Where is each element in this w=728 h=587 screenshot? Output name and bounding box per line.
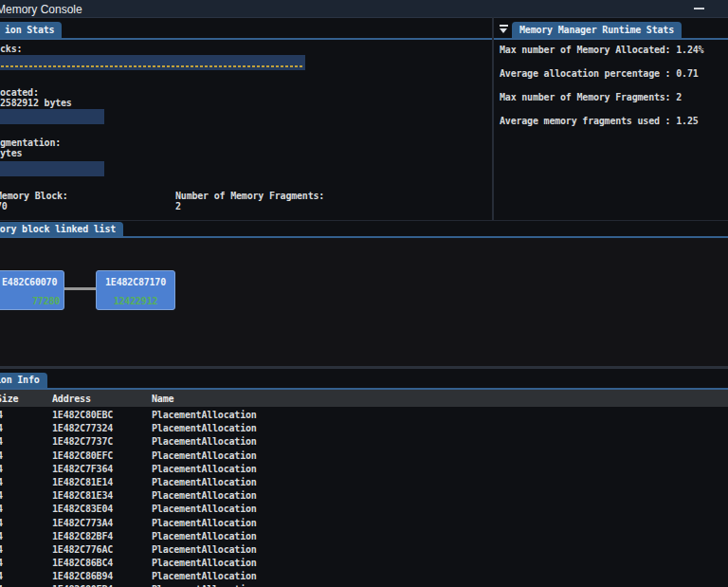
cell-size: 4 xyxy=(0,503,3,515)
memory-fragments-label: Number of Memory Fragments: xyxy=(175,191,324,201)
cell-name: PlacementAllocation xyxy=(152,543,257,556)
cell-size: 4 xyxy=(0,570,3,582)
minimize-button[interactable] xyxy=(693,4,706,13)
tab-allocation-stats[interactable]: ion Stats xyxy=(0,22,62,38)
tab-bar-underline xyxy=(0,38,728,40)
memory-blocks-plot xyxy=(0,55,305,70)
cell-size: 4 xyxy=(0,489,3,502)
runtime-stat-line: Average memory fragments used : 1.25 xyxy=(500,116,703,139)
memory-node[interactable]: 1E482C87170 12422912 xyxy=(96,270,175,310)
cell-size: 4 xyxy=(0,543,3,556)
collapse-arrow-triangle xyxy=(500,28,507,33)
cell-address: 1E482C80EB4 xyxy=(52,583,113,587)
cell-size: 4 xyxy=(0,530,3,542)
cell-address: 1E482C7F364 xyxy=(52,463,113,475)
window-title: Memory Console xyxy=(0,3,82,16)
cell-name: PlacementAllocation xyxy=(152,476,257,488)
table-row[interactable]: 4 1E482C81E14 PlacementAllocation xyxy=(0,475,728,488)
cell-name: PlacementAllocation xyxy=(152,583,257,587)
cell-address: 1E482C83E04 xyxy=(52,503,113,515)
tab-runtime-stats[interactable]: Memory Manager Runtime Stats xyxy=(512,22,682,38)
node-size: 12422912 xyxy=(97,296,174,306)
cell-address: 1E482C773A4 xyxy=(52,517,113,529)
node-size: 77280 xyxy=(32,296,60,306)
memory-allocated-bar xyxy=(0,109,104,124)
table-row[interactable]: 4 1E482C773A4 PlacementAllocation xyxy=(0,516,728,529)
cell-address: 1E482C81E14 xyxy=(52,476,113,488)
tab-linked-list[interactable]: mory block linked list xyxy=(0,222,123,237)
cell-size: 4 xyxy=(0,463,3,475)
table-row[interactable]: 4 1E482C82BF4 PlacementAllocation xyxy=(0,529,728,542)
minus-icon xyxy=(694,8,704,9)
cell-name: PlacementAllocation xyxy=(152,557,257,569)
cell-name: PlacementAllocation xyxy=(152,422,257,434)
table-row[interactable]: 4 1E482C77324 PlacementAllocation xyxy=(0,421,728,434)
memory-node[interactable]: E482C60070 77280 xyxy=(0,270,64,310)
node-address: 1E482C87170 xyxy=(97,277,174,287)
table-row[interactable]: 4 1E482C86B94 PlacementAllocation xyxy=(0,569,728,582)
column-header-name[interactable]: Name xyxy=(152,394,173,404)
runtime-stats-list: Max number of Memory Allocated: 1.24% Av… xyxy=(500,45,703,139)
runtime-stat-line: Max number of Memory Fragments: 2 xyxy=(500,92,703,116)
title-bar[interactable]: Memory Console xyxy=(0,0,728,18)
cell-size: 4 xyxy=(0,409,3,421)
cell-size: 4 xyxy=(0,557,3,569)
plot-dashed-line xyxy=(1,65,304,68)
table-row[interactable]: 4 1E482C83E04 PlacementAllocation xyxy=(0,502,728,515)
table-row[interactable]: 4 1E482C86BC4 PlacementAllocation xyxy=(0,556,728,569)
panel-divider[interactable] xyxy=(492,17,494,221)
cell-name: PlacementAllocation xyxy=(152,503,257,515)
table-row[interactable]: 4 1E482C7737C PlacementAllocation xyxy=(0,434,728,448)
node-address: E482C60070 xyxy=(2,277,57,287)
section-resize-separator[interactable] xyxy=(0,366,728,369)
section-divider xyxy=(0,220,728,221)
table-row[interactable]: 4 1E482C81E34 PlacementAllocation xyxy=(0,488,728,502)
cell-name: PlacementAllocation xyxy=(152,570,257,582)
cell-size: 4 xyxy=(0,435,3,448)
table-row[interactable]: 4 1E482C7F364 PlacementAllocation xyxy=(0,462,728,475)
cell-address: 1E482C81E34 xyxy=(52,489,113,502)
column-header-address[interactable]: Address xyxy=(52,394,91,404)
memory-allocated-label: ocated: xyxy=(0,87,39,98)
memory-block-value: 70 xyxy=(0,201,8,211)
cell-size: 4 xyxy=(0,517,3,529)
cell-size: 4 xyxy=(0,449,3,462)
runtime-stat-line: Max number of Memory Allocated: 1.24% xyxy=(500,45,703,68)
table-row[interactable]: 4 1E482C776AC PlacementAllocation xyxy=(0,542,728,556)
cell-name: PlacementAllocation xyxy=(152,409,257,421)
memory-block-label: Memory Block: xyxy=(0,191,68,201)
cell-name: PlacementAllocation xyxy=(152,517,257,529)
collapse-arrow-icon[interactable] xyxy=(499,25,509,34)
cell-address: 1E482C776AC xyxy=(52,543,113,556)
fragmentation-value: ytes xyxy=(0,148,22,158)
cell-name: PlacementAllocation xyxy=(152,530,257,542)
cell-address: 1E482C80EBC xyxy=(52,409,113,421)
runtime-stat-line: Average allocation percentage : 0.71 xyxy=(500,68,703,92)
column-header-size[interactable]: Size xyxy=(0,394,18,404)
cell-size: 4 xyxy=(0,476,3,488)
table-header-row: Size Address Name xyxy=(0,390,728,407)
allocation-table-body: 4 1E482C80EBC PlacementAllocation 4 1E48… xyxy=(0,408,728,587)
fragmentation-bar xyxy=(0,161,104,176)
cell-name: PlacementAllocation xyxy=(152,489,257,502)
cell-name: PlacementAllocation xyxy=(152,449,257,462)
table-row[interactable]: 4 1E482C80EFC PlacementAllocation xyxy=(0,449,728,462)
memory-blocks-label: cks: xyxy=(0,44,22,54)
memory-console-window: Memory Console ion Stats cks: ocated: 25… xyxy=(0,0,728,587)
memory-fragments-value: 2 xyxy=(175,201,181,211)
tab-allocation-info[interactable]: ion Info xyxy=(0,373,47,388)
node-editor-canvas[interactable]: E482C60070 77280 1E482C87170 12422912 xyxy=(0,238,728,366)
cell-name: PlacementAllocation xyxy=(152,435,257,448)
table-row[interactable]: 4 1E482C80EBC PlacementAllocation xyxy=(0,408,728,421)
cell-address: 1E482C80EFC xyxy=(52,449,113,462)
cell-address: 1E482C86BC4 xyxy=(52,557,113,569)
cell-address: 1E482C82BF4 xyxy=(52,530,113,542)
cell-size: 4 xyxy=(0,583,3,587)
cell-address: 1E482C86B94 xyxy=(52,570,113,582)
cell-size: 4 xyxy=(0,422,3,434)
table-row[interactable]: 4 1E482C80EB4 PlacementAllocation xyxy=(0,582,728,587)
fragmentation-label: gmentation: xyxy=(0,138,61,148)
cell-address: 1E482C77324 xyxy=(52,422,113,434)
cell-address: 1E482C7737C xyxy=(52,435,113,448)
cell-name: PlacementAllocation xyxy=(152,463,257,475)
